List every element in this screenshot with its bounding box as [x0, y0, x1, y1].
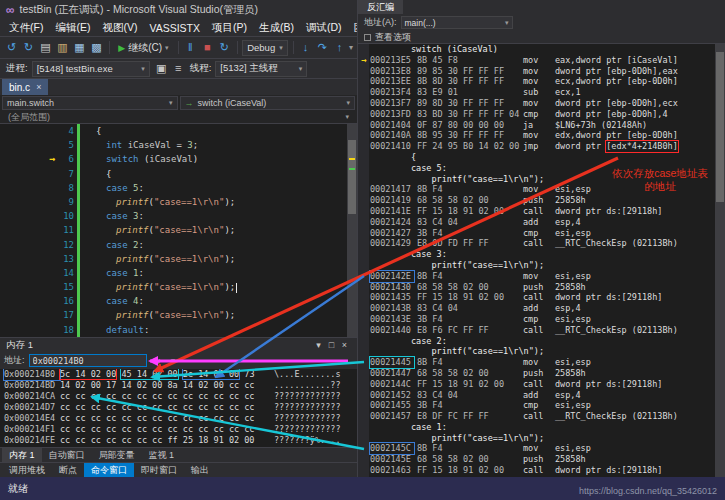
stop-debug-icon[interactable]: ■: [200, 41, 215, 54]
breakpoint-gutter[interactable]: [0, 223, 58, 237]
menu-item[interactable]: 文件(F): [3, 21, 49, 35]
refresh-icon[interactable]: ↻: [151, 356, 164, 366]
memory-row: 0x000214D7cc cc cc cc cc cc cc cc cc cc …: [4, 402, 357, 413]
breakpoint-gutter[interactable]: [0, 124, 58, 138]
menu-item[interactable]: 编辑(E): [49, 21, 96, 35]
restart-icon[interactable]: ↻: [217, 41, 232, 54]
disasm-address: 000213F7: [370, 98, 414, 109]
pane-tab[interactable]: 断点: [52, 463, 84, 477]
memory-ascii: ???????ÿ%....: [274, 435, 341, 446]
tab-disassembly[interactable]: 反汇编: [358, 0, 403, 14]
pane-tab[interactable]: 局部变量: [92, 448, 142, 462]
process-dropdown[interactable]: [5148] testBin.exe ▾: [32, 61, 150, 77]
disasm-operand: dword ptr [ebp-0D0h],4: [555, 109, 668, 120]
line-number: 11: [58, 223, 74, 237]
disasm-line: 000214178B F4movesi,esp: [358, 184, 715, 195]
disasm-operand: esi,esp: [555, 228, 591, 239]
memory-window-title: 内存 1: [6, 339, 33, 352]
document-tab-strip: bin.c ×: [0, 78, 357, 95]
show-threads-icon[interactable]: ≡: [171, 62, 186, 75]
pane-tab[interactable]: 输出: [184, 463, 216, 477]
code-text: printf("case==1\r\n");: [80, 308, 235, 322]
disasm-lines[interactable]: switch (iCaseVal)→000213E58B 45 F8moveax…: [358, 44, 715, 477]
breakpoint-gutter[interactable]: [0, 266, 58, 280]
disasm-operand: dword ptr [ebp-0D0h],eax: [555, 66, 678, 77]
disasm-mnemonic: call: [523, 206, 555, 217]
navigate-forward-icon[interactable]: ↻: [21, 41, 36, 54]
code-token: ): [193, 154, 198, 164]
nav-member-dropdown[interactable]: → switch (iCaseVal) ▾: [180, 96, 356, 110]
line-number: 9: [58, 195, 74, 209]
breakpoint-gutter[interactable]: [0, 195, 58, 209]
step-over-icon[interactable]: ↷: [315, 41, 330, 54]
memory-rows[interactable]: 0x000214B05c 14 02 00 45 14 02 00 2e 14 …: [0, 369, 357, 447]
memory-bytes: cc cc cc cc cc cc cc cc cc cc cc cc cc: [60, 402, 274, 413]
scrollbar-thumb[interactable]: [348, 140, 356, 214]
menu-item[interactable]: 团队(M): [348, 21, 357, 35]
breakpoint-gutter[interactable]: [0, 238, 58, 252]
scope-bar[interactable]: (全局范围) ▾: [0, 111, 357, 124]
pane-tab[interactable]: 内存 1: [2, 448, 42, 462]
window-title: testBin (正在调试) - Microsoft Visual Studio…: [20, 3, 258, 17]
thread-dropdown[interactable]: [5132] 主线程 ▾: [215, 61, 307, 77]
viewing-options-checkbox[interactable]: [364, 34, 371, 41]
method-icon: →: [185, 98, 194, 108]
save-all-icon[interactable]: ▩: [89, 41, 104, 54]
memory-window-header[interactable]: 内存 1 ▾□×: [0, 337, 357, 352]
menu-item[interactable]: 调试(D): [300, 21, 348, 35]
breakpoint-gutter[interactable]: [0, 308, 58, 322]
new-file-icon[interactable]: ▤: [38, 41, 53, 54]
open-file-icon[interactable]: ▥: [55, 41, 70, 54]
save-icon[interactable]: ▦: [72, 41, 87, 54]
menu-item[interactable]: 项目(P): [206, 21, 253, 35]
breakpoint-gutter[interactable]: [0, 280, 58, 294]
toolbar-overflow-icon[interactable]: ▾: [349, 43, 353, 52]
breakpoint-gutter[interactable]: [0, 323, 58, 337]
window-position-icon[interactable]: ▾: [312, 340, 325, 350]
breakpoint-gutter[interactable]: [0, 294, 58, 308]
editor-scrollbar[interactable]: [347, 124, 357, 337]
navigate-back-icon[interactable]: ↺: [4, 41, 19, 54]
code-line: 7{: [0, 167, 357, 181]
breakpoint-gutter[interactable]: [0, 138, 58, 152]
code-line: 11printf("case==1\r\n");: [0, 223, 357, 237]
continue-button[interactable]: ▶ 继续(C) ▾: [114, 39, 172, 57]
disasm-line: 0002141EFF 15 18 91 02 00calldword ptr d…: [358, 206, 715, 217]
disasm-line-gutter: [358, 357, 370, 368]
disasm-operand: dword ptr ds:[29118h]: [555, 292, 662, 303]
pin-icon[interactable]: □: [325, 340, 338, 350]
breakpoint-gutter[interactable]: [0, 167, 58, 181]
break-mode-icon[interactable]: ▣: [154, 62, 169, 75]
code-editor[interactable]: 4{5int iCaseVal = 3;→6switch (iCaseVal)7…: [0, 124, 357, 337]
solution-config-dropdown[interactable]: Debug ▾: [242, 40, 288, 56]
pane-tab[interactable]: 即时窗口: [134, 463, 184, 477]
close-icon[interactable]: ×: [36, 82, 41, 92]
menu-item[interactable]: 视图(V): [96, 21, 143, 35]
code-token: printf: [116, 197, 149, 207]
disasm-mnemonic: mov: [523, 184, 555, 195]
menu-item[interactable]: VASSISTX: [143, 22, 206, 34]
columns-dropdown-icon[interactable]: ▾: [167, 356, 180, 366]
break-all-icon[interactable]: ‖: [183, 41, 198, 54]
nav-scope-dropdown[interactable]: main.switch ▾: [2, 96, 178, 110]
scrollbar-thumb[interactable]: [716, 52, 724, 202]
tab-bin-c[interactable]: bin.c ×: [2, 79, 48, 95]
breakpoint-gutter[interactable]: [0, 181, 58, 195]
pane-tab[interactable]: 命令窗口: [84, 463, 134, 477]
pane-tab[interactable]: 自动窗口: [42, 448, 92, 462]
step-into-icon[interactable]: ↓: [298, 41, 313, 54]
disasm-address-dropdown[interactable]: main(...) ▾: [401, 16, 513, 29]
breakpoint-gutter[interactable]: [0, 209, 58, 223]
current-statement-arrow-icon[interactable]: →: [0, 152, 58, 166]
step-out-icon[interactable]: ↑: [332, 41, 347, 54]
pane-tab[interactable]: 监视 1: [142, 448, 182, 462]
disasm-mnemonic: mov: [523, 271, 555, 282]
menu-item[interactable]: 生成(B): [253, 21, 300, 35]
breakpoint-gutter[interactable]: [0, 252, 58, 266]
pane-tab[interactable]: 调用堆栈: [2, 463, 52, 477]
memory-address-input[interactable]: [29, 354, 147, 367]
memory-address: 0x000214E4: [4, 413, 60, 424]
disasm-source-line: case 2:: [358, 336, 715, 347]
close-icon[interactable]: ×: [338, 340, 351, 350]
disasm-scrollbar[interactable]: [715, 44, 725, 477]
